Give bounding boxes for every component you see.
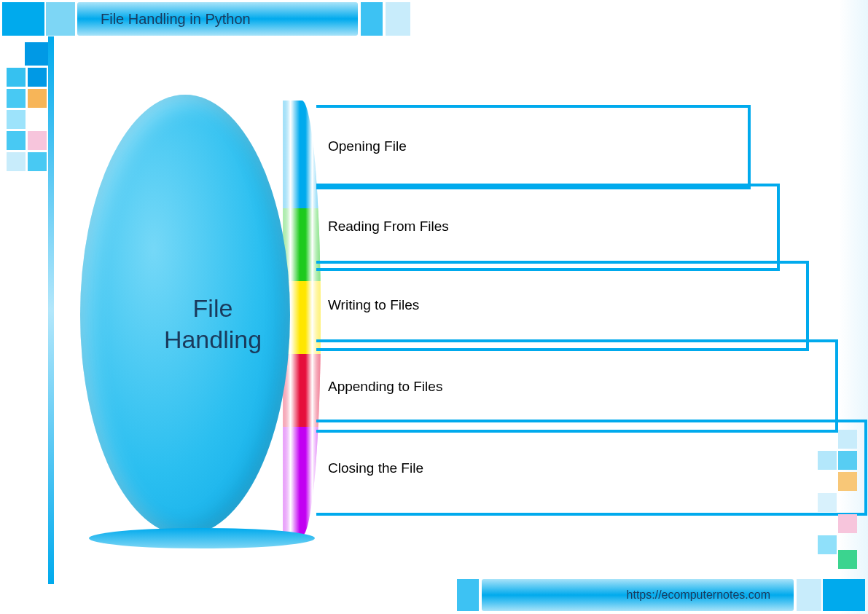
decor-square <box>7 110 26 129</box>
decor-square <box>7 131 26 150</box>
decor-square <box>7 68 26 87</box>
disk-rim <box>89 528 315 548</box>
disk-3d: File Handling <box>89 98 315 538</box>
band-gloss <box>283 101 321 208</box>
frame-vertical-bar <box>48 36 54 584</box>
decor-square <box>818 493 837 512</box>
bracket-line <box>316 339 838 433</box>
disk-label-line1: File <box>193 294 233 322</box>
decor-square <box>25 42 48 66</box>
bracket-line <box>316 420 867 516</box>
band-gloss <box>283 427 321 536</box>
decor-square <box>838 550 857 569</box>
header-bar: File Handling in Python <box>2 2 410 36</box>
band-gloss <box>283 354 321 427</box>
bracket-line <box>316 184 780 271</box>
footer-accent-block <box>457 579 479 611</box>
disk-band <box>283 427 321 536</box>
decor-square <box>28 89 47 108</box>
band-gloss <box>283 208 321 281</box>
disk-center-label: File Handling <box>133 293 293 355</box>
decor-square <box>818 451 837 470</box>
decor-square <box>838 472 857 491</box>
footer-accent-block <box>797 579 821 611</box>
decor-square <box>818 535 837 554</box>
decor-square <box>838 514 857 533</box>
decor-square <box>838 451 857 470</box>
decor-square <box>28 152 47 171</box>
decor-square <box>838 430 857 449</box>
disk-band <box>283 101 321 208</box>
page-title-bar: File Handling in Python <box>77 2 358 36</box>
decor-squares-right <box>818 430 861 572</box>
footer-url: https://ecomputernotes.com <box>627 589 770 602</box>
bracket-line <box>316 105 751 189</box>
decor-square <box>7 152 26 171</box>
decor-square <box>7 89 26 108</box>
disk-band <box>283 354 321 427</box>
disk-band <box>283 208 321 281</box>
header-accent-block <box>386 2 410 36</box>
decor-square <box>28 131 47 150</box>
bracket-line <box>316 261 809 351</box>
header-accent-block <box>2 2 44 36</box>
page-title: File Handling in Python <box>101 11 251 28</box>
header-accent-block <box>46 2 75 36</box>
footer-bar: https://ecomputernotes.com <box>457 579 865 611</box>
footer-url-bar: https://ecomputernotes.com <box>482 579 794 611</box>
decor-square <box>28 68 47 87</box>
footer-accent-block <box>823 579 865 611</box>
disk-label-line2: Handling <box>164 326 262 353</box>
header-accent-block <box>361 2 383 36</box>
